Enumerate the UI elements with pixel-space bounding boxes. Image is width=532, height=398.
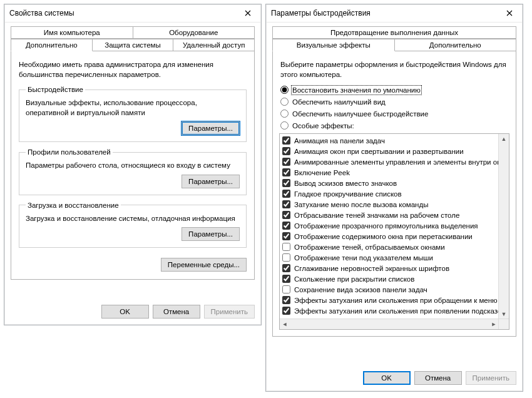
ok-button[interactable]: OK xyxy=(363,371,411,385)
effect-item[interactable]: Отображение прозрачного прямоугольника в… xyxy=(282,220,496,231)
effect-label: Отбрасывание теней значками на рабочем с… xyxy=(294,212,459,219)
effect-item[interactable]: Сохранение вида эскизов панели задач xyxy=(282,284,496,295)
effect-checkbox[interactable] xyxy=(282,136,290,145)
group-startup-recovery-legend: Загрузка и восстановление xyxy=(26,202,121,209)
effect-label: Анимированные элементы управления и элем… xyxy=(294,158,499,166)
radio-option-2[interactable]: Обеспечить наилучшее быстродействие xyxy=(280,110,509,118)
effect-item[interactable]: Анимация на панели задач xyxy=(282,135,496,146)
effect-label: Включение Peek xyxy=(294,169,350,176)
effect-checkbox[interactable] xyxy=(282,211,290,219)
effect-checkbox[interactable] xyxy=(282,147,290,155)
admin-note: Необходимо иметь права администратора дл… xyxy=(19,60,247,79)
radio-input[interactable] xyxy=(280,110,289,118)
radio-option-1[interactable]: Обеспечить наилучший вид xyxy=(280,98,509,106)
effect-item[interactable]: Гладкое прокручивание списков xyxy=(282,188,496,199)
effect-item[interactable]: Эффекты затухания или скольжения при поя… xyxy=(282,305,496,316)
titlebar: Свойства системы xyxy=(4,4,261,23)
tab-system-protection[interactable]: Защита системы xyxy=(93,39,174,51)
effect-item[interactable]: Анимация окон при свертывании и разверты… xyxy=(282,146,496,156)
effect-checkbox[interactable] xyxy=(282,296,290,304)
effect-checkbox[interactable] xyxy=(282,168,290,176)
effect-label: Анимация окон при свертывании и разверты… xyxy=(294,148,464,155)
cancel-button[interactable]: Отмена xyxy=(414,371,462,385)
radio-label: Особые эффекты: xyxy=(292,122,354,130)
effect-label: Вывод эскизов вместо значков xyxy=(294,180,397,187)
effect-item[interactable]: Анимированные элементы управления и элем… xyxy=(282,156,496,167)
vertical-scrollbar[interactable]: ▲ ▼ xyxy=(498,134,509,319)
close-icon xyxy=(506,10,513,16)
profiles-settings-button[interactable]: Параметры... xyxy=(182,175,240,188)
effect-checkbox[interactable] xyxy=(282,200,290,208)
group-user-profiles-legend: Профили пользователей xyxy=(26,148,113,156)
group-user-profiles-desc: Параметры рабочего стола, относящиеся ко… xyxy=(26,161,240,171)
effect-item[interactable]: Отображение тени под указателем мыши xyxy=(282,252,496,263)
effect-checkbox[interactable] xyxy=(282,179,290,187)
radio-input[interactable] xyxy=(280,98,289,106)
effect-checkbox[interactable] xyxy=(282,285,290,293)
effect-checkbox[interactable] xyxy=(282,232,290,240)
effect-checkbox[interactable] xyxy=(282,222,290,230)
effect-item[interactable]: Отображение теней, отбрасываемых окнами xyxy=(282,242,496,252)
radio-label: Обеспечить наилучший вид xyxy=(292,98,386,106)
tabset: Имя компьютера Оборудование Дополнительн… xyxy=(11,26,255,280)
effect-label: Эффекты затухания или скольжения при обр… xyxy=(294,297,498,304)
effect-checkbox[interactable] xyxy=(282,253,290,262)
horizontal-scrollbar[interactable]: ◄ ► xyxy=(280,319,499,329)
window-title: Параметры быстродействия xyxy=(271,9,371,18)
effect-checkbox[interactable] xyxy=(282,275,290,283)
effect-item[interactable]: Сглаживание неровностей экранных шрифтов xyxy=(282,263,496,273)
effect-checkbox[interactable] xyxy=(282,158,290,166)
radio-option-0[interactable]: Восстановить значения по умолчанию xyxy=(280,86,509,94)
scroll-right-icon[interactable]: ► xyxy=(489,319,499,329)
tab-advanced[interactable]: Дополнительно xyxy=(11,39,93,51)
startup-settings-button[interactable]: Параметры... xyxy=(182,227,240,241)
effect-item[interactable]: Затухание меню после вызова команды xyxy=(282,199,496,210)
effect-item[interactable]: Эффекты затухания или скольжения при обр… xyxy=(282,295,496,305)
apply-button[interactable]: Применить xyxy=(466,371,516,385)
effect-checkbox[interactable] xyxy=(282,307,290,315)
radio-input[interactable] xyxy=(280,121,289,130)
effect-item[interactable]: Скольжение при раскрытии списков xyxy=(282,273,496,284)
effect-item[interactable]: Вывод эскизов вместо значков xyxy=(282,178,496,188)
scroll-left-icon[interactable]: ◄ xyxy=(280,319,290,329)
close-button[interactable] xyxy=(500,6,519,20)
group-startup-recovery-desc: Загрузка и восстановление системы, отлад… xyxy=(26,214,240,224)
cancel-button[interactable]: Отмена xyxy=(153,305,200,319)
tab-dep[interactable]: Предотвращение выполнения данных xyxy=(272,26,516,39)
tab-advanced[interactable]: Дополнительно xyxy=(395,39,517,51)
effect-label: Сохранение вида эскизов панели задач xyxy=(294,286,427,293)
tab-hardware[interactable]: Оборудование xyxy=(133,26,255,39)
effect-checkbox[interactable] xyxy=(282,243,290,251)
radio-input[interactable] xyxy=(280,86,289,94)
radio-option-3[interactable]: Особые эффекты: xyxy=(280,121,509,130)
radio-label: Восстановить значения по умолчанию xyxy=(292,86,421,94)
effect-label: Отображение прозрачного прямоугольника в… xyxy=(294,222,478,230)
effect-label: Отображение тени под указателем мыши xyxy=(294,254,433,262)
scroll-down-icon[interactable]: ▼ xyxy=(499,309,509,319)
effect-checkbox[interactable] xyxy=(282,190,290,198)
effects-list: Анимация на панели задачАнимация окон пр… xyxy=(280,134,499,319)
dialog-buttons: OK Отмена Применить xyxy=(4,300,261,325)
group-startup-recovery: Загрузка и восстановление Загрузка и вос… xyxy=(19,202,247,248)
effects-list-box: Анимация на панели задачАнимация окон пр… xyxy=(279,133,509,330)
scroll-up-icon[interactable]: ▲ xyxy=(499,134,509,144)
tab-panel-advanced: Необходимо иметь права администратора дл… xyxy=(11,51,255,280)
effect-label: Затухание меню после вызова команды xyxy=(294,201,428,208)
environment-variables-button[interactable]: Переменные среды... xyxy=(161,258,247,272)
apply-button[interactable]: Применить xyxy=(204,305,255,319)
tab-remote[interactable]: Удаленный доступ xyxy=(173,39,255,51)
effect-checkbox[interactable] xyxy=(282,264,290,272)
effect-item[interactable]: Отображение содержимого окна при перетас… xyxy=(282,231,496,242)
close-button[interactable] xyxy=(238,6,257,20)
effect-label: Анимация на панели задач xyxy=(294,137,385,145)
performance-settings-button[interactable]: Параметры... xyxy=(182,121,240,135)
effect-label: Отображение теней, отбрасываемых окнами xyxy=(294,243,445,251)
tab-computer-name[interactable]: Имя компьютера xyxy=(11,26,133,39)
effect-item[interactable]: Включение Peek xyxy=(282,167,496,178)
effect-label: Эффекты затухания или скольжения при поя… xyxy=(294,307,499,315)
tab-visual-effects[interactable]: Визуальные эффекты xyxy=(272,39,395,51)
tab-panel-visual-effects: Выберите параметры оформления и быстроде… xyxy=(272,51,516,337)
radio-label: Обеспечить наилучшее быстродействие xyxy=(292,110,428,118)
ok-button[interactable]: OK xyxy=(101,305,149,319)
effect-item[interactable]: Отбрасывание теней значками на рабочем с… xyxy=(282,210,496,220)
